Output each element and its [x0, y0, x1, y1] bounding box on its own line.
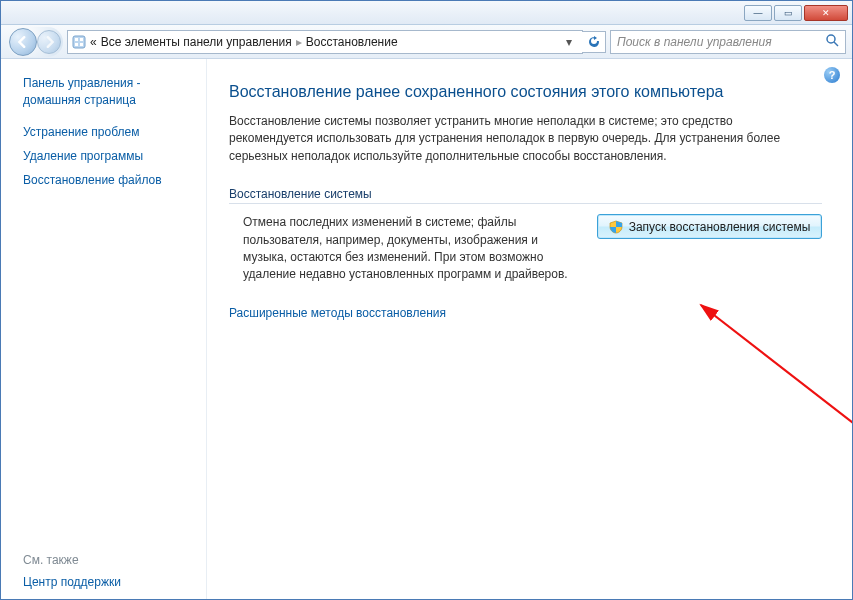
breadcrumb-sep-icon: ▸	[296, 35, 302, 49]
search-icon	[825, 33, 839, 50]
svg-rect-1	[75, 38, 78, 41]
start-system-restore-button[interactable]: Запуск восстановления системы	[597, 214, 822, 239]
group-description: Отмена последних изменений в системе; фа…	[229, 214, 577, 284]
system-restore-group: Восстановление системы Отмена последних …	[229, 187, 822, 284]
page-heading: Восстановление ранее сохраненного состоя…	[229, 83, 822, 101]
see-also-action-center[interactable]: Центр поддержки	[23, 575, 194, 589]
maximize-button[interactable]: ▭	[774, 5, 802, 21]
see-also-header: См. также	[23, 553, 194, 567]
svg-rect-0	[73, 36, 85, 48]
breadcrumb-2[interactable]: Восстановление	[306, 35, 398, 49]
button-label: Запуск восстановления системы	[629, 220, 811, 234]
svg-rect-3	[75, 43, 78, 46]
minimize-button[interactable]: —	[744, 5, 772, 21]
sidebar-item-file-recovery[interactable]: Восстановление файлов	[23, 173, 194, 187]
svg-line-6	[834, 42, 838, 46]
svg-rect-2	[80, 38, 83, 41]
back-button[interactable]	[9, 28, 37, 56]
svg-point-5	[827, 35, 835, 43]
address-dropdown-icon[interactable]: ▾	[560, 31, 578, 53]
sidebar-item-uninstall[interactable]: Удаление программы	[23, 149, 194, 163]
refresh-button[interactable]	[582, 31, 606, 53]
titlebar: — ▭ ✕	[1, 1, 852, 25]
search-placeholder: Поиск в панели управления	[617, 35, 825, 49]
search-input[interactable]: Поиск в панели управления	[610, 30, 846, 54]
main-panel: ? Восстановление ранее сохраненного сост…	[207, 59, 852, 599]
uac-shield-icon	[609, 220, 623, 234]
address-bar[interactable]: « Все элементы панели управления ▸ Восст…	[67, 30, 583, 54]
sidebar: Панель управления - домашняя страница Ус…	[1, 59, 207, 599]
nav-buttons	[7, 27, 63, 57]
content: Панель управления - домашняя страница Ус…	[1, 59, 852, 599]
control-panel-home-link[interactable]: Панель управления - домашняя страница	[23, 75, 194, 109]
svg-line-7	[701, 305, 853, 457]
close-button[interactable]: ✕	[804, 5, 848, 21]
sidebar-item-troubleshoot[interactable]: Устранение проблем	[23, 125, 194, 139]
forward-button[interactable]	[37, 30, 61, 54]
svg-rect-4	[80, 43, 83, 46]
breadcrumb-prefix: «	[90, 35, 97, 49]
group-title: Восстановление системы	[229, 187, 822, 204]
page-description: Восстановление системы позволяет устрани…	[229, 113, 789, 165]
advanced-recovery-link[interactable]: Расширенные методы восстановления	[229, 306, 822, 320]
cpl-icon	[72, 35, 86, 49]
annotation-arrow	[667, 297, 853, 467]
help-button[interactable]: ?	[824, 67, 840, 83]
toolbar: « Все элементы панели управления ▸ Восст…	[1, 25, 852, 59]
breadcrumb-1[interactable]: Все элементы панели управления	[101, 35, 292, 49]
